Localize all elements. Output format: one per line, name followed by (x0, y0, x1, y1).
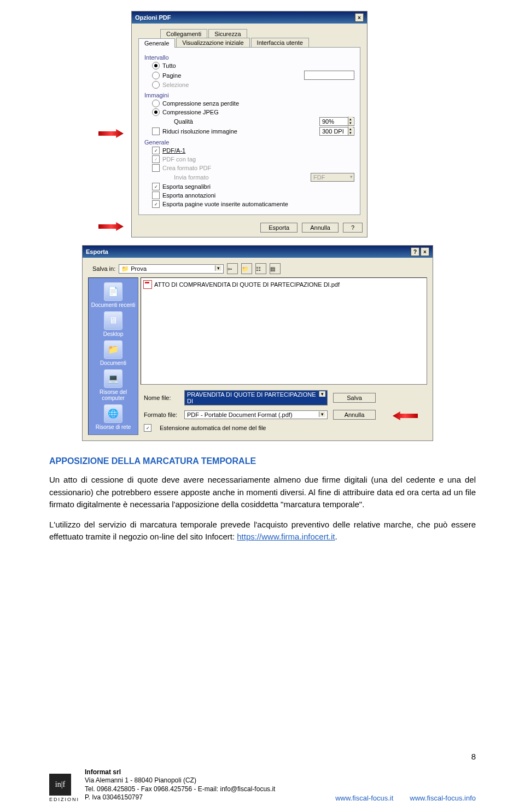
dialog-titlebar: Opzioni PDF × (132, 11, 367, 24)
quality-spinner[interactable]: 90% (319, 117, 354, 126)
group-generale: Generale (144, 139, 354, 146)
group-immagini: Immagini (144, 92, 354, 98)
brand-logo: in|f (49, 774, 71, 796)
place-documents[interactable]: 📁Documenti (100, 340, 126, 366)
page-footer: in|f EDIZIONI Informat srl Via Alemanni … (0, 768, 525, 802)
article-paragraph: Un atto di cessione di quote deve avere … (49, 474, 476, 511)
filetype-combo[interactable]: PDF - Portable Document Format (.pdf) (184, 410, 328, 419)
dialog-button-row: Esporta Annulla ? (132, 218, 367, 237)
view-details-icon[interactable]: ▤ (270, 263, 281, 274)
label-pdfa: PDF/A-1 (162, 147, 185, 154)
dpi-spinner[interactable]: 300 DPI (319, 127, 354, 136)
checkbox-riduci[interactable] (152, 127, 160, 135)
help-button[interactable]: ? (343, 223, 363, 233)
tab-panel: Intervallo Tutto Pagine Selezione Immagi… (138, 47, 360, 215)
group-intervallo: Intervallo (144, 54, 354, 61)
save-button[interactable]: Salva (333, 393, 376, 403)
export-save-dialog: Esporta ? × Salva in: 📁 Prova ⇦ 📁 ☷ ▤ 📄D… (82, 245, 433, 441)
pdf-options-dialog: Opzioni PDF × Collegamenti Sicurezza Gen… (131, 11, 368, 237)
brand-sub: EDIZIONI (49, 797, 79, 802)
label-tutto: Tutto (162, 62, 176, 69)
tab-collegamenti[interactable]: Collegamenti (160, 29, 207, 38)
label-autoext: Estensione automatica del nome del file (160, 425, 266, 431)
footer-piva: P. Iva 03046150797 (85, 793, 275, 802)
places-sidebar: 📄Documenti recenti 🖥Desktop 📁Documenti 💻… (88, 277, 138, 435)
cancel-button[interactable]: Annulla (333, 410, 376, 420)
radio-tutto[interactable] (152, 62, 160, 69)
cancel-button[interactable]: Annulla (302, 223, 339, 233)
help-icon[interactable]: ? (411, 247, 419, 256)
close-icon[interactable]: × (355, 13, 364, 22)
footer-site1[interactable]: www.fiscal-focus.it (335, 794, 393, 802)
label-creaform: Crea formato PDF (162, 165, 211, 171)
up-folder-icon[interactable]: ⇦ (227, 263, 238, 274)
label-savein: Salva in: (92, 265, 115, 272)
export-button[interactable]: Esporta (260, 223, 298, 233)
checkbox-creaform (152, 164, 160, 172)
filename-input[interactable]: PRAVENDITA DI QUOTE DI PARTECIPAZIONE DI (184, 390, 328, 405)
label-selezione: Selezione (162, 82, 189, 88)
close-icon[interactable]: × (421, 247, 429, 256)
tab-sicurezza[interactable]: Sicurezza (208, 29, 247, 38)
footer-contact: Tel. 0968.425805 - Fax 0968.425756 - E-m… (85, 785, 275, 794)
folder-combo[interactable]: 📁 Prova (119, 264, 224, 274)
checkbox-pdfa[interactable]: ✓ (152, 147, 160, 154)
place-computer[interactable]: 💻Risorse del computer (89, 369, 138, 401)
article-heading: APPOSIZIONE DELLA MARCATURA TEMPORALE (49, 456, 476, 466)
label-emptypages: Esporta pagine vuote inserite automatica… (162, 201, 288, 207)
footer-company: Informat srl (85, 768, 275, 777)
checkbox-annot[interactable] (152, 192, 160, 199)
arrow-indicator (98, 222, 124, 231)
dialog-titlebar: Esporta ? × (83, 246, 433, 258)
tab-generale[interactable]: Generale (138, 38, 175, 48)
article-paragraph: L'utilizzo del servizio di marcatura tem… (49, 519, 476, 543)
arrow-indicator (98, 129, 124, 138)
file-item[interactable]: ATTO DI COMPRAVENDITA DI QUOTE DI PARTEC… (143, 280, 424, 289)
label-formatofile: Formato file: (144, 411, 179, 418)
label-qualita: Qualità (174, 118, 193, 125)
new-folder-icon[interactable]: 📁 (241, 263, 252, 274)
format-combo: FDF (311, 173, 354, 182)
radio-lossless[interactable] (152, 100, 160, 107)
pdf-icon (143, 280, 152, 289)
place-network[interactable]: 🌐Risorse di rete (96, 404, 131, 430)
dialog-title: Esporta (86, 248, 108, 255)
footer-address: Via Alemanni 1 - 88040 Pianopoli (CZ) (85, 776, 275, 785)
footer-site2[interactable]: www.fiscal-focus.info (410, 794, 476, 802)
label-inviaform: Invia formato (174, 174, 209, 181)
label-segnalibri: Esporta segnalibri (162, 183, 211, 190)
tab-visualizzazione[interactable]: Visualizzazione iniziale (176, 38, 249, 47)
label-lossless: Compressione senza perdite (162, 100, 239, 107)
tab-interfaccia[interactable]: Interfaccia utente (251, 38, 309, 47)
radio-jpeg[interactable] (152, 108, 160, 116)
checkbox-pdftag: ✓ (152, 155, 160, 163)
checkbox-emptypages[interactable]: ✓ (152, 200, 160, 208)
checkbox-autoext[interactable]: ✓ (144, 424, 151, 432)
infocert-link[interactable]: https://www.firma.infocert.it (237, 532, 335, 541)
view-list-icon[interactable]: ☷ (255, 263, 266, 274)
page-number: 8 (471, 752, 476, 761)
label-annot: Esporta annotazioni (162, 192, 215, 199)
pages-input[interactable] (304, 71, 354, 80)
place-desktop[interactable]: 🖥Desktop (103, 311, 124, 337)
dialog-title: Opzioni PDF (135, 14, 171, 21)
label-riduci: Riduci risoluzione immagine (162, 128, 237, 135)
checkbox-segnalibri[interactable]: ✓ (152, 183, 160, 190)
radio-selezione (152, 81, 160, 89)
label-pdftag: PDF con tag (162, 156, 196, 163)
label-pagine: Pagine (162, 72, 181, 79)
label-jpeg: Compressione JPEG (162, 109, 219, 115)
place-recent[interactable]: 📄Documenti recenti (91, 282, 136, 308)
file-list[interactable]: ATTO DI COMPRAVENDITA DI QUOTE DI PARTEC… (141, 277, 427, 385)
radio-pagine[interactable] (152, 72, 160, 79)
label-nomefile: Nome file: (144, 395, 179, 401)
